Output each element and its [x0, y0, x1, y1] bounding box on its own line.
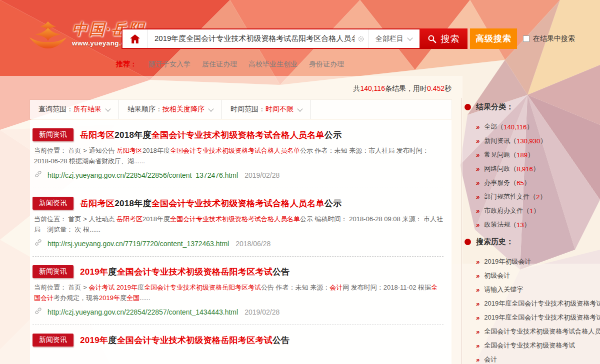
- search-button[interactable]: 搜索: [420, 28, 468, 49]
- paren-close: ）: [524, 220, 530, 229]
- magnifier-icon: [428, 34, 436, 43]
- sidebar-history-item[interactable]: »初级会计: [476, 269, 600, 283]
- paren-open: （: [510, 220, 516, 229]
- sidebar-category-item[interactable]: »网络问政（8,916）: [476, 162, 600, 176]
- chevron-down-icon: [208, 106, 214, 111]
- chevron-down-icon: [407, 35, 412, 40]
- arrow-right-icon: »: [476, 314, 480, 322]
- search-input[interactable]: [148, 29, 358, 48]
- arrow-right-icon: »: [476, 272, 480, 280]
- paren-open: （: [497, 122, 504, 131]
- sidebar-item-label: 新闻资讯: [484, 136, 510, 145]
- recommend-links: 随迁子女入学居住证办理高校毕业生创业身份证办理: [148, 60, 344, 69]
- filter-time[interactable]: 时间范围：时间不限: [222, 100, 311, 119]
- sidebar-category-item[interactable]: »办事服务（65）: [476, 176, 600, 190]
- meta-prefix: 共: [353, 84, 360, 92]
- sidebar-item-count: 13: [516, 221, 524, 229]
- result-date: 2018/06/28: [236, 240, 270, 248]
- result-category-badge[interactable]: 新闻资讯: [32, 265, 74, 278]
- paren-close: ）: [528, 150, 534, 159]
- result-url[interactable]: http://czj.yueyang.gov.cn/22854/22857/co…: [48, 308, 238, 316]
- home-button[interactable]: [122, 29, 148, 48]
- sidebar-history-item[interactable]: »全国会计专业技术初级资格考试: [476, 339, 600, 353]
- result-title-link[interactable]: 2019年度全国会计专业技术初级资格岳阳考区考试公告: [80, 335, 290, 346]
- yueyang-tower-icon: [28, 21, 68, 50]
- category-value: 全部栏目: [376, 34, 404, 43]
- result-title-link[interactable]: 岳阳考区2018年度全国会计专业技术初级资格考试合格人员名单公示: [80, 198, 342, 209]
- sidebar-item-count: 2: [536, 193, 540, 201]
- sidebar-item-label: 全国会计专业技术初级资格考试: [484, 341, 575, 350]
- sidebar-category-item[interactable]: »新闻资讯（130,930）: [476, 134, 600, 148]
- arrow-right-icon: »: [476, 286, 480, 294]
- sidebar-item-count: 140,116: [504, 123, 526, 131]
- input-gear-icon[interactable]: [358, 29, 368, 48]
- result-link-row: http://czj.yueyang.gov.cn/22854/22857/co…: [34, 307, 444, 317]
- home-icon: [130, 34, 140, 44]
- recommend-link[interactable]: 随迁子女入学: [148, 60, 190, 69]
- sidebar-history-item[interactable]: »2019年度全国会计专业技术初级资格考试: [476, 297, 600, 311]
- filter-value: 所有结果: [74, 105, 102, 114]
- result-item: 新闻资讯2019年度全国会计专业技术初级资格岳阳考区考试公告当前位置： 首页 >…: [32, 257, 444, 325]
- result-title-link[interactable]: 2019年度全国会计专业技术初级资格岳阳考区考试公告: [80, 266, 290, 278]
- result-title-row: 新闻资讯岳阳考区2018年度全国会计专业技术初级资格考试合格人员名单公示: [32, 197, 444, 210]
- sidebar-history-item[interactable]: »2019年度全国会计专业技术初级资格考试: [476, 311, 600, 325]
- result-category-badge[interactable]: 新闻资讯: [32, 334, 74, 347]
- paren-open: （: [510, 150, 516, 159]
- sidebar-history-item[interactable]: »全国会计专业技术初级资格考试合格人员名单: [476, 325, 600, 339]
- paren-open: （: [530, 192, 536, 201]
- arrow-right-icon: »: [476, 207, 480, 215]
- filter-order[interactable]: 结果顺序：按相关度降序: [119, 100, 222, 119]
- result-title-link[interactable]: 岳阳考区2018年度全国会计专业技术初级资格考试合格人员名单公示: [80, 129, 342, 141]
- sidebar-item-label: 政策法规: [484, 220, 510, 229]
- category-select[interactable]: 全部栏目: [368, 29, 420, 48]
- sidebar-item-label: 市政府办文件: [484, 206, 523, 215]
- meta-time: 0.452: [427, 84, 444, 92]
- result-snippet: 当前位置： 首页 > 人社动态 岳阳考区2018年度全国会计专业技术初级资格考试…: [34, 214, 444, 235]
- recommend-link[interactable]: 高校毕业生创业: [248, 60, 298, 69]
- sidebar-category-item[interactable]: »市政府办文件（1）: [476, 204, 600, 218]
- sidebar-item-count: 8,916: [516, 165, 533, 173]
- result-item: 新闻资讯岳阳考区2018年度全国会计专业技术初级资格考试合格人员名单公示当前位置…: [32, 188, 444, 257]
- filter-scope[interactable]: 查询范围：所有结果: [30, 100, 119, 119]
- results-meta: 共140,116条结果，用时0.452秒: [30, 84, 452, 93]
- meta-count: 140,116: [360, 84, 385, 92]
- sidebar-item-label: 网络问政: [484, 164, 510, 173]
- arrow-right-icon: »: [476, 221, 480, 229]
- filter-label: 结果顺序：: [128, 105, 162, 114]
- sidebar-item-label: 常见问题: [484, 150, 510, 159]
- meta-suffix: 秒: [444, 84, 452, 92]
- link-chain-icon: [34, 238, 42, 249]
- sidebar-category-item[interactable]: »政策法规（13）: [476, 218, 600, 232]
- sidebar-category-item[interactable]: »常见问题（189）: [476, 148, 600, 162]
- paren-open: （: [510, 164, 516, 173]
- result-category-badge[interactable]: 新闻资讯: [32, 197, 74, 210]
- sidebar-category-item[interactable]: »部门规范性文件（2）: [476, 190, 600, 204]
- sidebar-item-label: 全部: [484, 122, 497, 131]
- search-button-label: 搜索: [441, 33, 460, 45]
- result-category-badge[interactable]: 新闻资讯: [32, 128, 74, 141]
- link-chain-icon: [34, 170, 42, 180]
- recommend-link[interactable]: 身份证办理: [309, 60, 344, 69]
- result-url[interactable]: http://czj.yueyang.gov.cn/22854/22856/co…: [48, 171, 238, 179]
- recommend-row: 推荐： 随迁子女入学居住证办理高校毕业生创业身份证办理: [116, 60, 344, 69]
- sidebar-history-item[interactable]: »会计: [476, 353, 600, 364]
- bullet-dot-icon: [464, 239, 471, 245]
- result-url[interactable]: http://rsj.yueyang.gov.cn/7719/7720/cont…: [48, 240, 229, 248]
- in-results-checkbox[interactable]: [523, 35, 530, 42]
- recommend-link[interactable]: 居住证办理: [202, 60, 237, 69]
- recommend-label: 推荐：: [116, 60, 137, 69]
- paren-open: （: [523, 206, 530, 215]
- arrow-right-icon: »: [476, 137, 480, 145]
- sidebar-history-item[interactable]: »请输入关键字: [476, 283, 600, 297]
- paren-close: ）: [524, 178, 530, 187]
- sidebar-category-item[interactable]: »全部（140,116）: [476, 120, 600, 134]
- sidebar-history-item[interactable]: »2019年初级会计: [476, 255, 600, 269]
- result-title-row: 新闻资讯2019年度全国会计专业技术初级资格岳阳考区考试公告: [32, 334, 444, 347]
- sidebar-item-label: 初级会计: [484, 271, 510, 280]
- advanced-search-button[interactable]: 高级搜索: [470, 28, 517, 49]
- in-results-label: 在结果中搜索: [533, 34, 575, 43]
- sidebar-item-label: 会计: [484, 355, 497, 364]
- result-item: 新闻资讯岳阳考区2018年度全国会计专业技术初级资格考试合格人员名单公示当前位置…: [32, 120, 444, 188]
- sidebar-item-label: 办事服务: [484, 178, 510, 187]
- result-title-row: 新闻资讯2019年度全国会计专业技术初级资格岳阳考区考试公告: [32, 265, 444, 278]
